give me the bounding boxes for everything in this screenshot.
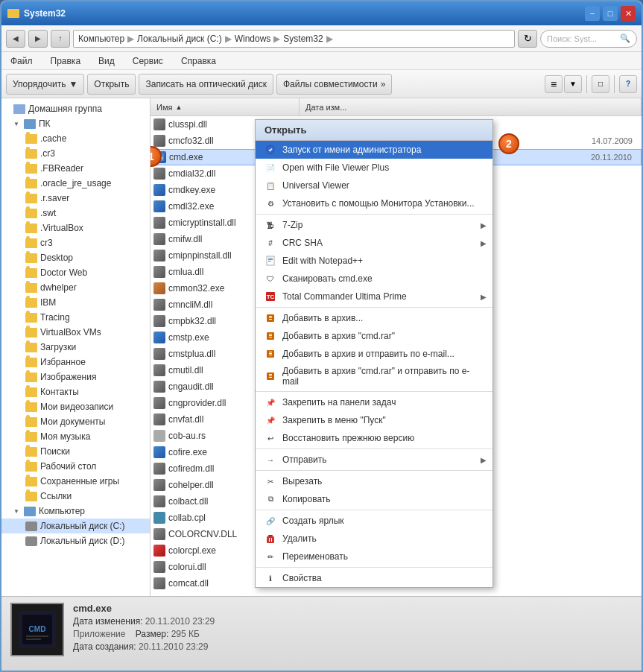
ctx-add-rar-email[interactable]: Добавить в архив "cmd.rar" и отправить п… [256,363,492,390]
sidebar-item-music[interactable]: Моя музыка [1,429,150,444]
dll-file-icon [153,233,165,245]
sidebar-item-tracing[interactable]: Tracing [1,310,150,325]
sidebar-item-images[interactable]: Изображения [1,370,150,384]
sidebar-item-pc[interactable]: ▼ ПК [1,116,150,131]
ctx-item-label: Закрепить на панели задач [282,397,396,408]
ctx-separator [256,567,492,568]
col-name[interactable]: Имя ▲ [151,98,300,115]
sidebar-item-desktop[interactable]: Desktop [1,250,150,265]
sidebar-item-label: Tracing [40,312,70,323]
ctx-item-label: Total Commander Ultima Prime [282,291,407,302]
sidebar-item-label: Изображения [40,372,96,382]
ctx-universal-viewer[interactable]: 📋 Universal Viewer [256,177,492,194]
back-button[interactable]: ◀ [6,30,25,48]
ctx-cut[interactable]: ✂ Вырезать [256,472,492,490]
compat-button[interactable]: Файлы совместимости » [276,74,392,95]
sidebar-item-label: IBM [40,297,56,308]
ctx-7zip[interactable]: 🗜 7-Zip ▶ [256,216,492,234]
ctx-item-label: Вырезать [282,476,322,486]
ctx-run-as-admin[interactable]: 2 Запуск от имени администратора [256,141,492,159]
refresh-button[interactable]: ↻ [518,30,537,48]
help-button[interactable]: ? [619,75,637,93]
ctx-file-viewer[interactable]: 📄 Open with File Viewer Plus [256,159,492,177]
ctx-scan[interactable]: 🛡 Сканировать cmd.exe [256,270,492,288]
cut-icon: ✂ [265,475,276,487]
col-name-label: Имя [156,103,172,112]
view-details-button[interactable]: ≡ [545,75,563,93]
minimize-button[interactable]: − [585,6,600,21]
ctx-add-email[interactable]: Добавить в архив и отправить по e-mail..… [256,345,492,363]
dll-file-icon [153,315,165,327]
sidebar-item-cache[interactable]: .cache [1,131,150,146]
sidebar-item-home-group[interactable]: Домашняя группа [1,101,150,116]
ctx-rename[interactable]: ✏ Переименовать [256,548,492,565]
sidebar-item-savedgames[interactable]: Сохраненные игры [1,474,150,489]
status-date-label: Дата изменения: [73,616,143,627]
sidebar-item-label: .oracle_jre_usage [40,178,111,188]
ctx-properties[interactable]: ℹ Свойства [256,569,492,587]
sidebar-item-rsaver[interactable]: .r.saver [1,191,150,206]
sidebar-item-oracle[interactable]: .oracle_jre_usage [1,176,150,191]
sidebar-item-cr3[interactable]: .cr3 [1,146,150,161]
folder-icon [25,492,37,501]
view-dropdown-button[interactable]: ▼ [564,75,582,93]
ctx-pin-start[interactable]: 📌 Закрепить в меню "Пуск" [256,411,492,429]
ctx-add-archive[interactable]: Добавить в архив... [256,309,492,327]
ctx-notepad[interactable]: Edit with Notepad++ [256,252,492,270]
sidebar-item-cr3-2[interactable]: cr3 [1,235,150,250]
ctx-install-monitor[interactable]: ⚙ Установить с помощью Монитора Установк… [256,194,492,212]
ctx-add-archive-rar[interactable]: Добавить в архив "cmd.rar" [256,327,492,345]
preview-button[interactable]: □ [592,75,609,93]
menu-help[interactable]: Справка [178,54,219,68]
sidebar-item-local-d[interactable]: Локальный диск (D:) [1,533,150,548]
ctx-item-label: Open with File Viewer Plus [282,162,389,173]
ctx-copy[interactable]: ⧉ Копировать [256,490,492,508]
ctx-send[interactable]: → Отправить ▶ [256,451,492,469]
sidebar-item-downloads[interactable]: Загрузки [1,340,150,355]
menu-file[interactable]: Файл [7,54,36,68]
dll-file-icon [153,250,165,261]
ctx-crc[interactable]: # CRC SHA ▶ [256,234,492,252]
submenu-arrow: ▶ [481,293,487,301]
forward-button[interactable]: ▶ [28,30,48,48]
maximize-button[interactable]: □ [603,6,618,21]
menu-service[interactable]: Сервис [130,54,166,68]
sidebar-item-contacts[interactable]: Контакты [1,384,150,399]
burn-button[interactable]: Записать на оптический диск [139,74,273,95]
sidebar-item-favorites[interactable]: Избранное [1,355,150,370]
close-button[interactable]: ✕ [621,6,636,21]
sidebar-item-docs[interactable]: Мои документы [1,414,150,429]
ctx-delete[interactable]: Удалить [256,530,492,548]
col-date[interactable]: Дата изм... [300,98,642,115]
viewer-icon: 📄 [265,162,276,174]
sidebar-item-dwhelper[interactable]: dwhelper [1,280,150,295]
menu-view[interactable]: Вид [95,54,118,68]
ctx-restore-version[interactable]: ↩ Восстановить прежнюю версию [256,429,492,447]
sidebar-item-local-c[interactable]: Локальный диск (C:) [1,519,150,533]
sidebar-item-ibm[interactable]: IBM [1,295,150,310]
address-bar: ◀ ▶ ↑ Компьютер ▶ Локальный диск (C:) ▶ … [1,25,642,52]
ctx-pin-taskbar[interactable]: 📌 Закрепить на панели задач [256,393,492,411]
open-button[interactable]: Открыть [87,74,136,95]
sidebar-item-virtualbox-vms[interactable]: VirtualBox VMs [1,325,150,340]
arch-email-icon [265,348,276,360]
ctx-total-commander[interactable]: TC Total Commander Ultima Prime ▶ [256,288,492,305]
sidebar-item-virtualbox[interactable]: .VirtualBox [1,221,150,235]
menu-edit[interactable]: Правка [48,54,84,68]
organize-button[interactable]: Упорядочить ▼ [6,74,84,95]
ctx-separator [256,214,492,215]
sidebar-item-fbreader[interactable]: .FBReader [1,161,150,176]
sidebar-item-searches[interactable]: Поиски [1,444,150,459]
up-button[interactable]: ↑ [51,30,70,48]
ctx-item-label: Добавить в архив и отправить по e-mail..… [282,349,454,359]
search-box[interactable]: Поиск: Syst... 🔍 [540,30,637,48]
sidebar-item-swt[interactable]: .swt [1,206,150,221]
sidebar-item-links[interactable]: Ссылки [1,489,150,504]
ctx-create-shortcut[interactable]: 🔗 Создать ярлык [256,512,492,530]
sidebar-item-doctor-web[interactable]: Doctor Web [1,265,150,280]
menu-bar: Файл Правка Вид Сервис Справка [1,52,642,70]
sidebar-item-desktopmain[interactable]: Рабочий стол [1,459,150,474]
sidebar-item-videos[interactable]: Мои видеозаписи [1,399,150,414]
sidebar-item-computer[interactable]: ▼ Компьютер [1,504,150,519]
address-path[interactable]: Компьютер ▶ Локальный диск (C:) ▶ Window… [73,30,515,48]
